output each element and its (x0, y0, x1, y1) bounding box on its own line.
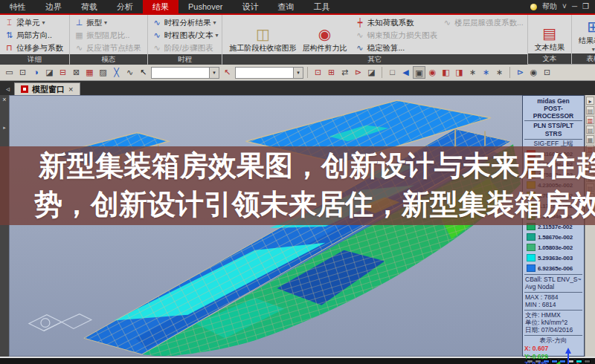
ribbon-group-table: ⊞ 结果表格 ▾ 表格 (572, 15, 595, 64)
toolbar-icon[interactable]: ◧ (440, 66, 452, 79)
activation-combo[interactable]: ▾ (235, 67, 303, 79)
help-button[interactable]: 帮助 (542, 0, 557, 13)
toolbar-icon[interactable]: ⊡ (541, 66, 553, 79)
ribbon-tab[interactable]: 结果 (143, 0, 178, 13)
postprocessor-panel: midas Gen POST-PROCESSOR PLN STS/PLT STR… (522, 95, 585, 357)
ribbon-item-icon: ∿ (74, 43, 85, 53)
toolbar-icon[interactable]: ◉ (527, 66, 540, 79)
watermark-overlay: 新型集装箱房效果图，创新设计与未来居住趋 势，创新设计引领未来居住，新型集装箱房… (0, 146, 595, 225)
ribbon-item-label: 稳定验算... (367, 43, 405, 53)
dock-icon[interactable]: ▸ (586, 97, 594, 105)
toolbar-icon[interactable]: ⇄ (338, 66, 351, 79)
ribbon-item[interactable]: ┿ 未知荷载系数 (354, 16, 437, 29)
ribbon-item[interactable]: ∿ 楼层屈服强度系数... (442, 16, 524, 29)
ribbon-item-icon: ∿ (442, 18, 453, 27)
ribbon-tab[interactable]: Pushover (178, 0, 232, 13)
dock-icon[interactable]: ▤ (586, 126, 594, 134)
ribbon-item-label: 梁单元 (16, 18, 40, 28)
ribbon-big-label: 施工阶段柱收缩图形 (229, 43, 296, 53)
ribbon-tab[interactable]: 分析 (107, 0, 143, 13)
toolbar-icon[interactable]: ▣ (413, 66, 425, 79)
status-swatch[interactable] (584, 360, 591, 363)
toolbar-icon[interactable]: ⊡ (16, 66, 29, 79)
toolbar-icon[interactable]: □ (386, 66, 399, 79)
toolbar-icon[interactable]: ◑ (30, 66, 42, 79)
toolbar-icon[interactable]: ◉ (426, 66, 439, 79)
ribbon-item[interactable]: ∿ 钢束预应力损失图表 (354, 29, 437, 42)
ribbon-item-label: 振型阻尼比.. (86, 30, 129, 41)
toolbar-icon[interactable]: ◨ (453, 66, 466, 79)
text-result-icon: ▤ (542, 25, 556, 42)
named-selection-combo[interactable]: ▾ (151, 67, 219, 79)
dock-icon[interactable]: ▦ (586, 135, 594, 143)
app-name: midas Gen (524, 97, 582, 105)
combo-dropdown-icon[interactable]: ▾ (209, 68, 219, 78)
ribbon-item[interactable]: ⊥ 振型 ▾ (74, 16, 144, 29)
toolbar-icon[interactable]: ∗ (493, 66, 506, 79)
toolbar-icon[interactable]: ∗ (480, 66, 492, 79)
hint-bulb-icon[interactable] (530, 4, 537, 10)
restore-button[interactable]: ❐ (582, 0, 589, 13)
toolbar-icon[interactable]: ⊠ (70, 66, 83, 79)
legend-value: 1.05803e-002 (538, 244, 573, 251)
toolbar-icon[interactable]: ⊡ (312, 66, 324, 79)
combo-dropdown-icon[interactable]: ▾ (293, 68, 303, 78)
legend-row: 5.29363e-003 (524, 253, 582, 263)
ribbon-big-button[interactable]: ▤ 文本结果 (532, 16, 567, 53)
ribbon-item[interactable]: ∿ 反应谱节点结果 (74, 42, 144, 54)
toolbar-icon[interactable]: ⊳ (514, 66, 527, 79)
close-tab-icon[interactable]: × (68, 85, 73, 94)
chevron-down-icon[interactable]: ˅ (562, 0, 567, 13)
toolbar-icon[interactable]: ⊳ (352, 66, 364, 79)
toolbar-icon[interactable]: ⊞ (325, 66, 338, 79)
model-3d-view[interactable] (10, 96, 522, 356)
toolbar-icon[interactable]: ↖ (221, 66, 234, 79)
ribbon-group-caption: 详细 (0, 54, 69, 65)
toolbar-icon[interactable]: ∗ (466, 66, 479, 79)
ribbon-big-button[interactable]: ◉ 层构件剪力比 (299, 16, 350, 54)
ribbon-big-button[interactable]: ⊞ 结果表格 ▾ (576, 16, 595, 53)
toolbar-icon[interactable]: ⊟ (57, 66, 69, 79)
ribbon-item[interactable]: ∿ 时程分析结果 ▾ (152, 16, 219, 29)
toolbar-icon[interactable]: ▦ (83, 66, 96, 79)
ribbon-item[interactable]: ⌶ 梁单元 ▾ (4, 16, 65, 29)
collapsed-left-panel[interactable]: × ▸ (0, 95, 9, 357)
ribbon-item-label: 局部方向.. (16, 30, 52, 41)
toolbar-icon[interactable]: ◀ (399, 66, 412, 79)
toolbar-icon[interactable]: ◪ (43, 66, 56, 79)
toolbar-icon[interactable]: ↖ (137, 66, 149, 79)
ribbon-item[interactable]: ∿ 稳定验算... (354, 42, 437, 54)
model-viewport[interactable] (9, 95, 522, 357)
model-window-tab[interactable]: 模型窗口 × (14, 82, 80, 95)
ribbon-tab[interactable]: 设计 (232, 0, 268, 13)
result-table-icon: ⊞ (587, 18, 595, 36)
ribbon-item-icon: ∿ (152, 18, 163, 27)
minimize-button[interactable]: ─ (572, 0, 577, 13)
toolbar: ▭⊡◑◪⊟⊠▦▨╳∿↖ ▾ ↖ ▾ ⊡⊞⇄⊳◪ □◀▣◉◧◨∗∗∗ ⊳◉⊡ (0, 65, 595, 81)
close-icon[interactable]: × (0, 95, 9, 104)
ribbon-item[interactable]: ▦ 振型阻尼比.. (74, 29, 144, 42)
dropdown-arrow-icon: ▾ (104, 19, 107, 26)
ribbon-tab[interactable]: 边界 (36, 0, 71, 13)
legend-swatch (527, 244, 536, 251)
ribbon-tab[interactable]: 荷载 (71, 0, 107, 13)
ribbon-item[interactable]: ⇅ 局部方向.. (4, 29, 65, 42)
ribbon-big-button[interactable]: ◫ 施工阶段柱收缩图形 (226, 16, 299, 54)
ribbon-item-label: 未知荷载系数 (367, 18, 414, 28)
ribbon-group-timehistory: ∿ 时程分析结果 ▾ ∿ 时程图表/文本 ▾ ∿ 阶段/步骤图表 时程 (148, 15, 223, 64)
ribbon-item[interactable]: ∿ 时程图表/文本 ▾ (152, 29, 219, 42)
dock-icon[interactable]: ▥ (586, 116, 594, 124)
ribbon-tab[interactable]: 查询 (268, 0, 303, 13)
toolbar-icon[interactable]: ∿ (123, 66, 136, 79)
toolbar-icon[interactable]: ▨ (97, 66, 109, 79)
file-label: 文件: HMMX (525, 311, 582, 319)
tab-scroll-left-icon[interactable]: ◃ (6, 85, 10, 93)
toolbar-icon[interactable]: ╳ (110, 66, 123, 79)
ribbon-item[interactable]: ∿ 阶段/步骤图表 (152, 42, 219, 54)
ribbon-tab[interactable]: 工具 (303, 0, 339, 13)
ribbon-item[interactable]: ⊓ 位移参与系数 (4, 42, 65, 54)
toolbar-icon[interactable]: ◪ (365, 66, 378, 79)
toolbar-icon[interactable]: ▭ (3, 66, 16, 79)
ribbon-tab[interactable]: 特性 (0, 0, 36, 13)
dock-icon[interactable]: ▤ (586, 106, 594, 114)
